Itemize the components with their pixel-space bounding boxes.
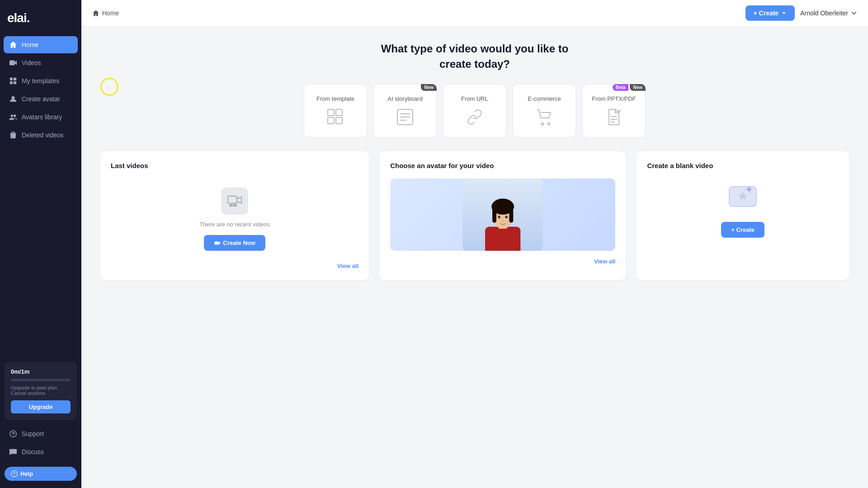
chevron-down-icon — [781, 10, 787, 16]
header: Home + Create Arnold Oberleiter — [81, 0, 868, 27]
page-title: What type of video would you like tocrea… — [99, 41, 850, 71]
svg-rect-36 — [485, 227, 520, 251]
create-avatar-icon — [9, 95, 17, 103]
help-icon — [11, 470, 18, 477]
svg-point-21 — [542, 123, 544, 125]
avatar-view-all[interactable]: View all — [390, 258, 615, 265]
main-content: Home + Create Arnold Oberleiter What typ… — [81, 0, 868, 488]
svg-rect-31 — [233, 204, 237, 206]
sidebar-item-deleted-videos[interactable]: Deleted videos — [4, 127, 78, 144]
avatars-library-icon — [9, 113, 17, 121]
type-cards-row: From template New AI storyboard — [99, 84, 850, 138]
last-videos-title: Last videos — [111, 162, 359, 169]
svg-rect-3 — [14, 78, 16, 80]
badge-group: Beta New — [613, 84, 646, 91]
sidebar-item-my-templates[interactable]: My templates — [4, 72, 78, 89]
svg-rect-13 — [328, 109, 334, 116]
upgrade-button[interactable]: Upgrade — [11, 400, 71, 413]
sidebar-item-label: Deleted videos — [22, 131, 64, 139]
sidebar-item-home[interactable]: Home — [4, 36, 78, 53]
help-button[interactable]: Help — [5, 467, 77, 481]
type-card-label: E-commerce — [528, 95, 561, 102]
sidebar-item-label: Videos — [22, 59, 41, 66]
blank-video-title: Create a blank video — [647, 162, 839, 169]
last-videos-card: Last videos There are no recent videos — [99, 150, 370, 281]
sidebar-item-support[interactable]: Support — [4, 425, 78, 442]
svg-point-10 — [13, 436, 13, 436]
sidebar-item-label: Avatars library — [22, 113, 62, 121]
discuss-icon — [9, 448, 17, 456]
grid-icon — [326, 108, 345, 127]
svg-rect-0 — [9, 61, 15, 66]
type-card-label: From PPTX/PDF — [592, 95, 636, 102]
main-nav: Home Videos My templates Create avatar — [0, 36, 81, 362]
svg-point-7 — [11, 115, 13, 117]
upgrade-text: Upgrade to paid plan. Cancel anytime. — [11, 385, 71, 396]
svg-point-22 — [548, 123, 550, 125]
type-card-label: From template — [316, 95, 354, 102]
templates-icon — [9, 77, 17, 85]
sidebar-item-create-avatar[interactable]: Create avatar — [4, 90, 78, 108]
sidebar-item-label: Create avatar — [22, 95, 60, 103]
svg-marker-33 — [219, 242, 220, 244]
svg-rect-41 — [509, 209, 514, 223]
type-card-from-url[interactable]: From URL — [443, 84, 506, 138]
svg-point-8 — [14, 115, 16, 117]
svg-rect-30 — [229, 204, 233, 206]
list-icon — [396, 108, 415, 127]
header-right: + Create Arnold Oberleiter — [745, 5, 857, 21]
home-breadcrumb-icon — [92, 9, 99, 17]
svg-rect-2 — [10, 78, 13, 80]
bottom-nav: Support Discuss — [0, 425, 81, 467]
svg-rect-28 — [228, 196, 237, 203]
type-card-e-commerce[interactable]: E-commerce — [513, 84, 576, 138]
sidebar-item-label: Support — [22, 430, 44, 437]
empty-video-icon — [221, 188, 248, 215]
breadcrumb-label: Home — [102, 9, 119, 17]
svg-point-42 — [498, 216, 500, 218]
svg-point-6 — [11, 96, 14, 99]
type-card-from-template[interactable]: From template — [304, 84, 367, 138]
create-now-label: Create Now — [223, 239, 255, 246]
beta-badge: Beta — [613, 84, 629, 91]
user-menu[interactable]: Arnold Oberleiter — [800, 9, 857, 17]
empty-text: There are no recent videos — [199, 221, 269, 228]
svg-point-46 — [747, 188, 751, 191]
type-card-from-pptx[interactable]: Beta New From PPTX/PDF — [582, 84, 646, 138]
sidebar-item-avatars-library[interactable]: Avatars library — [4, 108, 78, 126]
file-icon — [604, 108, 623, 127]
blank-video-create-button[interactable]: + Create — [721, 222, 764, 238]
create-now-button[interactable]: Create Now — [204, 235, 265, 251]
svg-point-12 — [14, 475, 14, 476]
sidebar-item-discuss[interactable]: Discuss — [4, 443, 78, 460]
svg-marker-29 — [237, 197, 241, 203]
create-btn-label: + Create — [754, 9, 779, 17]
link-icon — [465, 108, 484, 127]
create-button[interactable]: + Create — [745, 5, 795, 21]
page-content: What type of video would you like tocrea… — [81, 27, 868, 488]
cart-icon — [535, 108, 554, 127]
last-videos-view-all[interactable]: View all — [111, 263, 359, 269]
avatar-card-title: Choose an avatar for your video — [390, 162, 615, 169]
blank-video-card: Create a blank video + Create — [636, 150, 850, 281]
sidebar: elai. Home Videos My templates — [0, 0, 81, 488]
type-card-label: AI storyboard — [387, 95, 422, 102]
svg-point-44 — [502, 220, 504, 221]
sidebar-item-label: My templates — [22, 77, 59, 84]
svg-point-43 — [505, 216, 508, 218]
svg-rect-40 — [492, 209, 496, 223]
usage-label: 0m/1m — [11, 368, 71, 375]
home-icon — [9, 41, 17, 49]
svg-rect-15 — [328, 117, 334, 124]
support-icon — [9, 430, 17, 438]
type-card-ai-storyboard[interactable]: New AI storyboard — [373, 84, 437, 138]
avatar-image[interactable] — [390, 178, 615, 251]
create-now-icon — [214, 240, 220, 246]
bottom-cards-row: Last videos There are no recent videos — [99, 150, 850, 281]
sidebar-item-videos[interactable]: Videos — [4, 54, 78, 71]
breadcrumb: Home — [92, 9, 119, 17]
svg-rect-5 — [14, 81, 16, 84]
app-logo: elai. — [0, 7, 81, 36]
svg-rect-32 — [215, 241, 219, 244]
svg-marker-1 — [15, 61, 17, 65]
